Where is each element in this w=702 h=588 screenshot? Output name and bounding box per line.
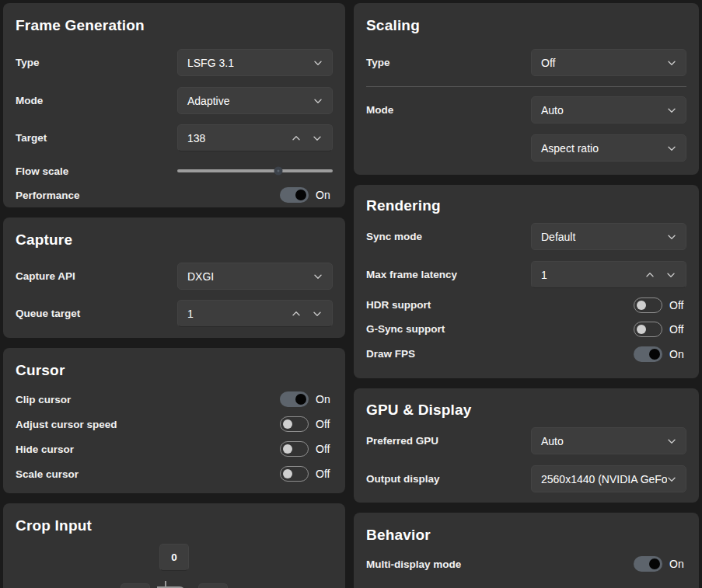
settings-grid: Frame Generation Type LSFG 3.1 Mode Adap… xyxy=(3,3,699,588)
toggle-knob xyxy=(283,469,292,478)
crop-top-input[interactable]: 0 xyxy=(159,544,189,571)
performance-label: Performance xyxy=(16,190,80,201)
panel-title-scaling: Scaling xyxy=(366,3,686,36)
stepper-up-button[interactable] xyxy=(645,270,655,280)
multi-display-mode-toggle[interactable] xyxy=(634,556,662,572)
flow-scale-label: Flow scale xyxy=(16,165,68,177)
stepper-up-button[interactable] xyxy=(292,309,301,318)
toggle-knob xyxy=(295,190,306,200)
frame-generation-target-row: Target 138 xyxy=(16,124,333,151)
panel-title-gpu-display: GPU & Display xyxy=(366,388,686,420)
adjust-cursor-speed-toggle[interactable] xyxy=(280,416,309,432)
clip-cursor-label: Clip cursor xyxy=(16,394,71,405)
gsync-support-label: G-Sync support xyxy=(366,323,445,335)
stepper-down-button[interactable] xyxy=(666,270,676,280)
output-display-dropdown[interactable]: 2560x1440 (NVIDIA GeFo xyxy=(531,465,686,492)
scale-cursor-label: Scale cursor xyxy=(16,468,79,480)
chevron-down-icon xyxy=(667,475,676,484)
scale-cursor-toggle[interactable] xyxy=(280,466,309,482)
capture-api-dropdown[interactable]: DXGI xyxy=(177,263,333,290)
preferred-gpu-label: Preferred GPU xyxy=(366,435,438,447)
max-frame-latency-value: 1 xyxy=(532,269,645,281)
mode-label: Mode xyxy=(16,95,43,106)
preferred-gpu-dropdown[interactable]: Auto xyxy=(531,427,686,454)
stepper-up-button[interactable] xyxy=(292,134,301,143)
right-column: Scaling Type Off Mode Auto A xyxy=(354,3,699,588)
performance-toggle[interactable] xyxy=(280,187,309,203)
sync-mode-dropdown[interactable]: Default xyxy=(531,223,686,250)
max-frame-latency-label: Max frame latency xyxy=(366,269,457,280)
toggle-knob xyxy=(637,325,646,334)
scale-cursor-state-label: Off xyxy=(316,468,333,480)
frame-generation-type-row: Type LSFG 3.1 xyxy=(16,49,333,76)
type-dropdown[interactable]: LSFG 3.1 xyxy=(177,49,333,76)
hide-cursor-row: Hide cursor Off xyxy=(16,440,333,458)
cursor-panel: Cursor Clip cursor On Adjust cursor spee… xyxy=(3,348,345,493)
slider-track[interactable] xyxy=(177,169,333,172)
aspect-ratio-dropdown[interactable]: Aspect ratio xyxy=(531,134,686,162)
clip-cursor-state-label: On xyxy=(316,393,333,405)
multi-display-mode-state-label: On xyxy=(669,558,686,570)
toggle-knob xyxy=(283,444,292,454)
stepper-down-button[interactable] xyxy=(313,134,322,143)
stepper-down-button[interactable] xyxy=(313,309,322,318)
panel-title-capture: Capture xyxy=(16,217,333,250)
clip-cursor-row: Clip cursor On xyxy=(16,391,333,408)
preferred-gpu-value: Auto xyxy=(532,435,667,447)
flow-scale-row: Flow scale xyxy=(16,162,333,180)
queue-target-value: 1 xyxy=(178,308,292,320)
crop-top-row: 0 xyxy=(16,544,333,571)
toggle-knob xyxy=(295,394,306,405)
scaling-type-value: Off xyxy=(532,57,667,69)
toggle-knob xyxy=(649,558,660,569)
crop-right-input[interactable] xyxy=(198,583,228,588)
mode-dropdown[interactable]: Adaptive xyxy=(177,87,333,114)
behavior-panel: Behavior Multi-display mode On xyxy=(354,513,699,588)
scaling-mode-dropdown[interactable]: Auto xyxy=(531,96,686,124)
capture-api-row: Capture API DXGI xyxy=(16,263,333,290)
panel-title-rendering: Rendering xyxy=(366,185,686,216)
adjust-cursor-speed-label: Adjust cursor speed xyxy=(16,419,117,430)
max-frame-latency-number-input[interactable]: 1 xyxy=(531,261,686,288)
clip-cursor-toggle[interactable] xyxy=(280,391,309,407)
capture-panel: Capture Capture API DXGI Queue target 1 xyxy=(3,217,345,338)
preferred-gpu-row: Preferred GPU Auto xyxy=(366,427,686,454)
target-number-input[interactable]: 138 xyxy=(177,124,333,151)
sync-mode-row: Sync mode Default xyxy=(366,223,686,250)
hide-cursor-state-label: Off xyxy=(316,443,333,455)
panel-title-behavior: Behavior xyxy=(366,513,686,545)
chevron-down-icon xyxy=(313,96,323,106)
crop-middle-row xyxy=(16,581,333,588)
hdr-support-toggle[interactable] xyxy=(634,297,662,313)
scaling-type-row: Type Off xyxy=(366,49,686,76)
type-label: Type xyxy=(16,57,40,68)
slider-thumb[interactable] xyxy=(274,167,283,176)
crop-icon xyxy=(157,581,191,588)
adjust-cursor-speed-state-label: Off xyxy=(316,418,333,430)
queue-target-row: Queue target 1 xyxy=(16,300,333,327)
hdr-support-state-label: Off xyxy=(669,299,686,311)
toggle-knob xyxy=(637,301,646,310)
panel-title-cursor: Cursor xyxy=(16,348,333,381)
chevron-down-icon xyxy=(667,144,676,153)
sync-mode-label: Sync mode xyxy=(366,231,422,242)
scaling-type-label: Type xyxy=(366,57,390,68)
queue-target-number-input[interactable]: 1 xyxy=(177,300,333,327)
sync-mode-value: Default xyxy=(532,231,667,243)
hdr-support-label: HDR support xyxy=(366,299,431,311)
frame-generation-panel: Frame Generation Type LSFG 3.1 Mode Adap… xyxy=(3,3,345,207)
hide-cursor-toggle[interactable] xyxy=(280,441,309,457)
scaling-type-dropdown[interactable]: Off xyxy=(531,49,686,76)
draw-fps-state-label: On xyxy=(669,348,686,360)
divider xyxy=(366,86,686,87)
crop-left-input[interactable] xyxy=(120,583,150,588)
performance-row: Performance On xyxy=(16,186,333,204)
flow-scale-slider[interactable] xyxy=(177,162,333,180)
output-display-row: Output display 2560x1440 (NVIDIA GeFo xyxy=(366,465,686,492)
scaling-panel: Scaling Type Off Mode Auto A xyxy=(354,3,699,175)
scaling-aspect-row: Aspect ratio xyxy=(366,134,686,162)
draw-fps-toggle[interactable] xyxy=(634,346,662,362)
gsync-support-toggle[interactable] xyxy=(634,322,662,337)
gsync-support-state-label: Off xyxy=(669,323,686,336)
gsync-support-row: G-Sync support Off xyxy=(366,321,686,337)
